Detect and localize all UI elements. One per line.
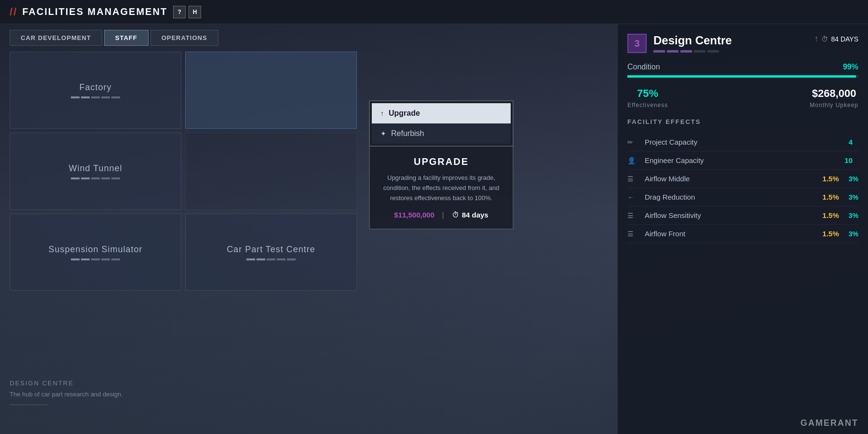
effect-row-airflow-front: ☰ Airflow Front 1.5% 3% xyxy=(627,225,858,243)
facility-dots-car-part-test xyxy=(246,258,296,260)
condition-bar-fill xyxy=(627,75,856,78)
slash-decoration: // xyxy=(10,6,17,18)
effect-value-airflow-front: 1.5% xyxy=(823,230,839,238)
facilities-grid: Factory ↑ Upgrade xyxy=(10,52,357,433)
panel-dot-3 xyxy=(680,50,692,53)
bottom-description: DESIGN CENTRE The hub of car part resear… xyxy=(10,380,357,406)
grade-dot xyxy=(71,96,80,98)
clock-icon: ⏱ xyxy=(452,211,459,219)
facility-description-title: DESIGN CENTRE xyxy=(10,380,357,387)
upgrade-popup: ↑ Upgrade ✦ Refurbish UPGRADE Upgrading … xyxy=(369,100,514,230)
project-capacity-icon: ✏ xyxy=(627,138,639,146)
header: // FACILITIES MANAGEMENT ? H xyxy=(0,0,868,24)
effect-value-airflow-sensitivity: 1.5% xyxy=(823,211,839,219)
condition-section: Condition 99% xyxy=(627,63,858,78)
effect-row-airflow-middle: ☰ Airflow Middle 1.5% 3% xyxy=(627,170,858,188)
effect-value-engineer-capacity: 10 xyxy=(844,156,853,164)
effect-row-project-capacity: ✏ Project Capacity 4 xyxy=(627,133,858,151)
upkeep-label: Monthly Upkeep xyxy=(810,102,858,108)
grade-dot xyxy=(101,177,110,179)
facility-card-design-centre[interactable]: ↑ Upgrade ✦ Refurbish UPGRADE Upgrading … xyxy=(185,52,357,129)
upgrade-days: 84 days xyxy=(462,211,488,219)
effect-name-airflow-front: Airflow Front xyxy=(645,230,823,238)
effect-name-drag-reduction: Drag Reduction xyxy=(645,193,823,201)
tab-operations[interactable]: OPERATIONS xyxy=(150,30,218,46)
facility-card-car-part-test[interactable]: Car Part Test Centre xyxy=(185,214,357,291)
effect-upgrade-airflow-sensitivity: 3% xyxy=(849,212,858,219)
facility-dots-suspension-sim xyxy=(71,258,120,260)
condition-value: 99% xyxy=(843,63,858,71)
refurbish-label: Refurbish xyxy=(391,129,424,138)
condition-label: Condition xyxy=(627,63,660,71)
effect-upgrade-airflow-middle: 3% xyxy=(849,175,858,183)
facility-description-text: The hub of car part research and design. xyxy=(10,390,357,399)
effect-upgrade-airflow-front: 3% xyxy=(849,230,858,238)
panel-grade-dots xyxy=(653,50,732,53)
hotkey-button[interactable]: H xyxy=(189,6,201,18)
header-title: // FACILITIES MANAGEMENT xyxy=(10,6,167,18)
effect-name-engineer-capacity: Engineer Capacity xyxy=(645,156,844,164)
grade-dot xyxy=(287,258,296,260)
effect-row-airflow-sensitivity: ☰ Airflow Sensitivity 1.5% 3% xyxy=(627,206,858,225)
facility-name-car-part-test: Car Part Test Centre xyxy=(227,244,315,255)
grade-dot xyxy=(91,258,100,260)
panel-dot-4 xyxy=(694,50,705,53)
upgrade-button[interactable]: ↑ Upgrade xyxy=(372,103,511,123)
timer-days-value: 84 DAYS xyxy=(831,35,858,43)
airflow-front-icon: ☰ xyxy=(627,230,639,238)
effectiveness-value: 75% xyxy=(627,87,668,100)
facility-grade-badge: 3 xyxy=(627,34,647,53)
upgrade-info-box: UPGRADE Upgrading a facility improves it… xyxy=(369,147,514,230)
airflow-middle-icon: ☰ xyxy=(627,175,639,183)
grade-dot xyxy=(246,258,255,260)
panel-header: 3 Design Centre ↑ ⏱ 84 DAYS xyxy=(627,34,858,53)
effects-title: FACILITY EFFECTS xyxy=(627,118,858,125)
refurbish-button[interactable]: ✦ Refurbish xyxy=(372,123,511,144)
effects-section: FACILITY EFFECTS ✏ Project Capacity 4 👤 … xyxy=(627,118,858,243)
tab-staff[interactable]: STAFF xyxy=(104,30,149,46)
upgrade-cost-time: ⏱ 84 days xyxy=(452,211,488,219)
tab-car-development[interactable]: CAR DEVELOPMENT xyxy=(10,30,102,46)
page-title: FACILITIES MANAGEMENT xyxy=(22,6,167,17)
effect-value-drag-reduction: 1.5% xyxy=(823,193,839,201)
upgrade-menu: ↑ Upgrade ✦ Refurbish xyxy=(369,100,514,147)
timer-clock-icon: ⏱ xyxy=(821,35,828,43)
grade-dot xyxy=(81,258,90,260)
grade-dot xyxy=(111,96,120,98)
effect-name-project-capacity: Project Capacity xyxy=(645,138,849,146)
facility-name-factory: Factory xyxy=(79,82,111,93)
watermark: GAMERANT xyxy=(800,418,858,428)
upgrade-arrow-icon: ↑ xyxy=(814,34,818,44)
panel-dot-1 xyxy=(653,50,665,53)
effectiveness-stat: 75% Effectiveness xyxy=(627,87,668,108)
panel-dot-5 xyxy=(707,50,719,53)
effect-row-drag-reduction: ← Drag Reduction 1.5% 3% xyxy=(627,188,858,206)
facility-card-suspension-sim[interactable]: Suspension Simulator xyxy=(10,214,181,291)
grade-dot xyxy=(111,177,120,179)
stats-row: 75% Effectiveness $268,000 Monthly Upkee… xyxy=(627,87,858,108)
monthly-upkeep-stat: $268,000 Monthly Upkeep xyxy=(810,87,858,108)
grade-dot xyxy=(277,258,285,260)
help-button[interactable]: ? xyxy=(173,6,186,18)
cost-divider: | xyxy=(442,211,444,219)
facility-card-wind-tunnel[interactable]: Wind Tunnel xyxy=(10,133,181,210)
facility-name-suspension-sim: Suspension Simulator xyxy=(48,244,142,255)
grade-dot xyxy=(91,177,100,179)
grade-dot xyxy=(71,258,80,260)
upgrade-info-description: Upgrading a facility improves its grade,… xyxy=(380,173,503,203)
upkeep-value: $268,000 xyxy=(810,87,858,100)
grade-dot xyxy=(71,177,80,179)
refurbish-icon: ✦ xyxy=(380,130,386,137)
grade-dot xyxy=(267,258,275,260)
facility-card-factory[interactable]: Factory xyxy=(10,52,181,129)
facility-dots-wind-tunnel xyxy=(71,177,120,179)
panel-timer: ↑ ⏱ 84 DAYS xyxy=(814,34,858,44)
grade-dot xyxy=(101,258,110,260)
effect-value-project-capacity: 4 xyxy=(849,138,853,146)
grade-dot xyxy=(81,96,90,98)
effect-name-airflow-middle: Airflow Middle xyxy=(645,175,823,183)
upgrade-cost-row: $11,500,000 | ⏱ 84 days xyxy=(380,211,503,219)
upgrade-label: Upgrade xyxy=(389,109,420,118)
upgrade-cost-money: $11,500,000 xyxy=(394,211,434,219)
right-panel: 3 Design Centre ↑ ⏱ 84 DAYS xyxy=(617,24,868,434)
